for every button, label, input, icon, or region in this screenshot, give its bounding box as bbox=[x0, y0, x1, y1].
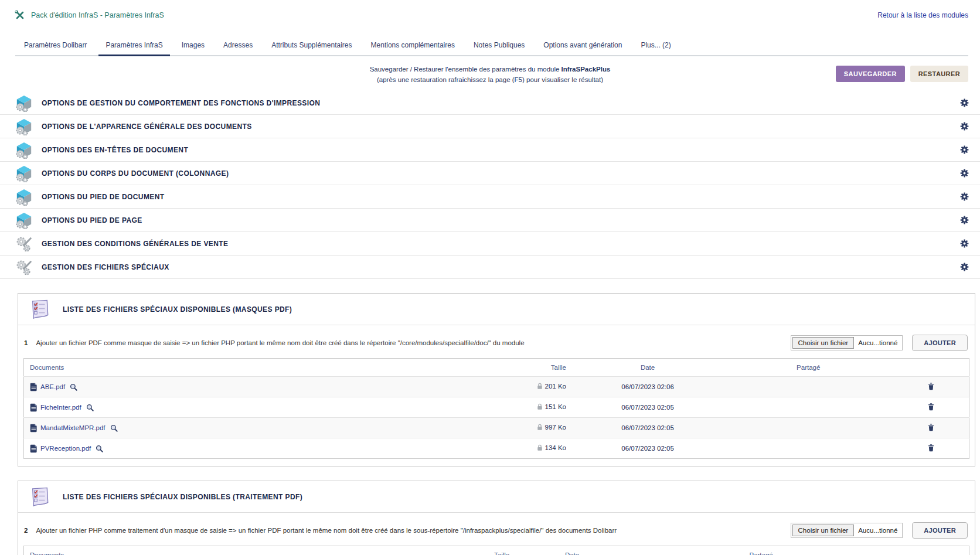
column-header-actions bbox=[893, 359, 969, 377]
trash-icon[interactable] bbox=[927, 402, 935, 411]
traitement-upload-row: 2 Ajouter un fichier PHP comme traitemen… bbox=[18, 513, 975, 546]
trash-icon[interactable] bbox=[927, 423, 935, 432]
table-row: PVReception.pdf bbox=[24, 438, 969, 459]
section-row: OPTIONS DE GESTION DU COMPORTEMENT DES F… bbox=[0, 91, 980, 115]
no-file-selected-label: Aucu...tionné bbox=[858, 527, 897, 534]
table-row: FicheInter.pdf bbox=[24, 397, 969, 418]
section-title: OPTIONS DU PIED DE PAGE bbox=[42, 216, 142, 224]
document-link[interactable]: ABE.pdf bbox=[40, 383, 65, 390]
section-row: GESTION DES CONDITIONS GÉNÉRALES DE VENT… bbox=[0, 232, 980, 256]
pdf-file-icon bbox=[30, 383, 38, 391]
file-shared bbox=[723, 397, 893, 418]
table-row: MandatMixteMPR.pdf bbox=[24, 418, 969, 438]
not-shared-lock-icon bbox=[537, 383, 543, 390]
pdf-file-icon bbox=[30, 424, 38, 433]
upload-row-help: Ajouter un fichier PDF comme masque de s… bbox=[36, 339, 524, 346]
add-file-button[interactable]: AJOUTER bbox=[912, 335, 968, 351]
tools-icon bbox=[15, 258, 33, 276]
tab[interactable]: Images bbox=[173, 36, 213, 55]
column-header-taille: Taille bbox=[458, 546, 515, 555]
traitement-upload-controls: Choisir un fichier Aucu...tionné AJOUTER bbox=[779, 522, 968, 539]
section-title: OPTIONS DE L'APPARENCE GÉNÉRALE DES DOCU… bbox=[42, 122, 252, 131]
document-link[interactable]: PVReception.pdf bbox=[40, 445, 91, 452]
file-size: 151 Ko bbox=[545, 403, 566, 410]
preview-magnifier-icon[interactable] bbox=[86, 403, 94, 412]
gear-icon[interactable] bbox=[959, 168, 969, 178]
special-files-masques-box: LISTE DES FICHIERS SPÉCIAUX DISPONIBLES … bbox=[18, 293, 975, 467]
tab[interactable]: Options avant génération bbox=[535, 36, 631, 55]
save-info-line2: (après une restauration rafraichissez la… bbox=[377, 76, 603, 83]
file-size: 201 Ko bbox=[545, 383, 566, 390]
gear-icon[interactable] bbox=[959, 215, 969, 225]
section-row: OPTIONS DE L'APPARENCE GÉNÉRALE DES DOCU… bbox=[0, 115, 980, 138]
masques-upload-row: 1 Ajouter un fichier PDF comme masque de… bbox=[18, 325, 975, 358]
column-header-documents: Documents bbox=[24, 546, 459, 555]
section-row: GESTION DES FICHIERS SPÉCIAUX bbox=[0, 256, 980, 279]
file-date: 06/07/2023 02:06 bbox=[572, 377, 723, 397]
gear-icon[interactable] bbox=[959, 239, 969, 248]
column-header-actions bbox=[893, 546, 969, 555]
cube-gears-icon bbox=[15, 165, 33, 182]
preview-magnifier-icon[interactable] bbox=[69, 383, 78, 391]
save-info-line1: Sauvegarder / Restaurer l'ensemble des p… bbox=[370, 66, 562, 73]
trash-icon[interactable] bbox=[927, 443, 935, 452]
document-link[interactable]: FicheInter.pdf bbox=[40, 404, 81, 411]
preview-magnifier-icon[interactable] bbox=[110, 424, 118, 433]
choose-file-button[interactable]: Choisir un fichier bbox=[792, 525, 855, 536]
section-title: GESTION DES CONDITIONS GÉNÉRALES DE VENT… bbox=[42, 240, 228, 248]
section-title: OPTIONS DE GESTION DU COMPORTEMENT DES F… bbox=[42, 99, 320, 107]
section-row: OPTIONS DES EN-TÊTES DE DOCUMENT bbox=[0, 138, 980, 162]
cube-gears-icon bbox=[15, 118, 33, 135]
preview-magnifier-icon[interactable] bbox=[95, 444, 104, 453]
column-header-taille: Taille bbox=[458, 359, 572, 377]
gear-icon[interactable] bbox=[959, 192, 969, 202]
gear-icon[interactable] bbox=[959, 262, 969, 272]
cube-gears-icon bbox=[15, 212, 33, 229]
no-file-selected-label: Aucu...tionné bbox=[858, 339, 897, 346]
file-size: 134 Ko bbox=[545, 444, 566, 451]
section-row: OPTIONS DU PIED DE DOCUMENT bbox=[0, 185, 980, 209]
cube-gears-icon bbox=[15, 94, 33, 112]
masques-documents-table: Documents Taille Date Partagé bbox=[23, 358, 969, 459]
tab[interactable]: Adresses bbox=[215, 36, 261, 55]
traitement-box-header: LISTE DES FICHIERS SPÉCIAUX DISPONIBLES … bbox=[18, 481, 975, 513]
table-row: ABE.pdf bbox=[24, 377, 969, 397]
file-input[interactable]: Choisir un fichier Aucu...tionné bbox=[791, 523, 903, 538]
save-button[interactable]: SAUVEGARDER bbox=[836, 66, 905, 82]
file-input[interactable]: Choisir un fichier Aucu...tionné bbox=[791, 335, 903, 350]
not-shared-lock-icon bbox=[537, 424, 543, 431]
column-header-date: Date bbox=[572, 359, 723, 377]
gear-icon[interactable] bbox=[959, 145, 969, 155]
module-name: InfraSPackPlus bbox=[562, 66, 611, 73]
traitement-box-title: LISTE DES FICHIERS SPÉCIAUX DISPONIBLES … bbox=[63, 493, 302, 501]
gear-icon[interactable] bbox=[959, 98, 969, 108]
table-header-row: Documents Taille Date Partagé bbox=[24, 359, 969, 377]
restore-button[interactable]: RESTAURER bbox=[910, 66, 968, 82]
add-file-button[interactable]: AJOUTER bbox=[912, 522, 968, 539]
tab[interactable]: Paramètres InfraS bbox=[97, 36, 171, 55]
traitement-documents-table: Documents Taille Date Partagé Pas de doc… bbox=[23, 546, 969, 555]
back-to-modules-link[interactable]: Retour à la liste des modules bbox=[877, 11, 968, 19]
tab[interactable]: Notes Publiques bbox=[465, 36, 533, 55]
not-shared-lock-icon bbox=[537, 403, 543, 410]
pdf-file-icon bbox=[30, 444, 38, 453]
section-title: OPTIONS DES EN-TÊTES DE DOCUMENT bbox=[42, 146, 188, 154]
tab[interactable]: Attributs Supplémentaires bbox=[263, 36, 360, 55]
file-date: 06/07/2023 02:05 bbox=[572, 418, 723, 438]
file-shared bbox=[723, 377, 893, 397]
tab[interactable]: Paramètres Dolibarr bbox=[15, 36, 96, 55]
file-shared bbox=[723, 418, 893, 438]
tab[interactable]: Mentions complémentaires bbox=[362, 36, 464, 55]
section-row: OPTIONS DU PIED DE PAGE bbox=[0, 209, 980, 232]
document-link[interactable]: MandatMixteMPR.pdf bbox=[40, 424, 106, 431]
trash-icon[interactable] bbox=[927, 382, 935, 391]
upload-row-number: 2 bbox=[24, 527, 28, 534]
wrench-tools-icon bbox=[14, 9, 26, 21]
section-row: OPTIONS DU CORPS DU DOCUMENT (COLONNAGE) bbox=[0, 162, 980, 185]
tab[interactable]: Plus... (2) bbox=[632, 36, 679, 55]
gear-icon[interactable] bbox=[959, 121, 969, 131]
choose-file-button[interactable]: Choisir un fichier bbox=[792, 337, 855, 349]
masques-box-header: LISTE DES FICHIERS SPÉCIAUX DISPONIBLES … bbox=[18, 294, 975, 325]
table-header-row: Documents Taille Date Partagé bbox=[24, 546, 969, 555]
special-files-traitement-box: LISTE DES FICHIERS SPÉCIAUX DISPONIBLES … bbox=[18, 481, 975, 555]
